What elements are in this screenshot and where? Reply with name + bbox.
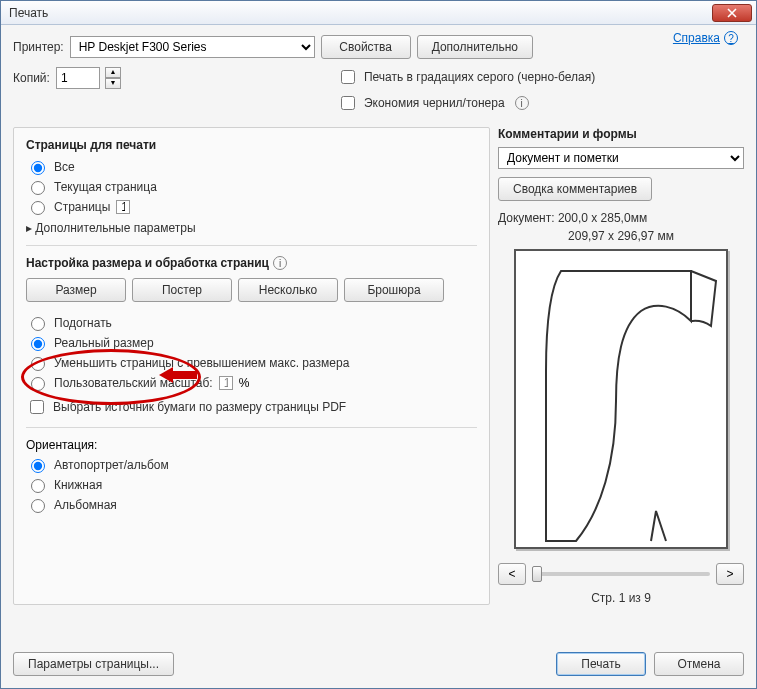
copies-input[interactable] xyxy=(56,67,100,89)
grayscale-checkbox[interactable] xyxy=(341,70,355,84)
paper-source-checkbox[interactable] xyxy=(30,400,44,414)
next-page-button[interactable]: > xyxy=(716,563,744,585)
custom-scale-radio[interactable] xyxy=(31,377,45,391)
orient-auto-radio[interactable] xyxy=(31,459,45,473)
pages-range-radio[interactable] xyxy=(31,201,45,215)
properties-button[interactable]: Свойства xyxy=(321,35,411,59)
info-icon[interactable]: i xyxy=(273,256,287,270)
document-dimensions: Документ: 200,0 x 285,0мм xyxy=(498,211,744,225)
chevron-right-icon: > xyxy=(726,567,733,581)
custom-scale-label: Пользовательский масштаб: xyxy=(54,376,213,390)
orientation-title: Ориентация: xyxy=(26,438,477,452)
economy-checkbox[interactable] xyxy=(341,96,355,110)
separator xyxy=(26,427,477,428)
grayscale-label: Печать в градациях серого (черно-белая) xyxy=(364,70,595,84)
right-panel: Комментарии и формы Документ и пометки С… xyxy=(498,127,744,605)
paper-source-label: Выбрать источник бумаги по размеру стран… xyxy=(53,400,346,414)
copies-options-row: Копий: ▲ ▼ Печать в градациях серого (че… xyxy=(13,67,744,119)
pages-current-radio[interactable] xyxy=(31,181,45,195)
shrink-radio[interactable] xyxy=(31,357,45,371)
copies-group: Копий: ▲ ▼ xyxy=(13,67,121,89)
left-panel: Страницы для печати Все Текущая страница… xyxy=(13,127,490,605)
spinner-down-icon[interactable]: ▼ xyxy=(105,78,121,89)
orient-portrait-radio[interactable] xyxy=(31,479,45,493)
print-dialog: Печать Справка ? Принтер: HP Deskjet F30… xyxy=(0,0,757,689)
pages-range-label: Страницы xyxy=(54,200,110,214)
printer-select[interactable]: HP Deskjet F300 Series xyxy=(70,36,315,58)
printer-label: Принтер: xyxy=(13,40,64,54)
pages-all-radio[interactable] xyxy=(31,161,45,175)
info-icon[interactable]: i xyxy=(515,96,529,110)
chevron-left-icon: < xyxy=(508,567,515,581)
close-button[interactable] xyxy=(712,4,752,22)
more-options-expander[interactable]: Дополнительные параметры xyxy=(26,221,477,235)
page-slider[interactable] xyxy=(532,572,710,576)
cancel-button[interactable]: Отмена xyxy=(654,652,744,676)
preview-nav: < > xyxy=(498,563,744,585)
comments-title: Комментарии и формы xyxy=(498,127,744,141)
close-icon xyxy=(727,8,737,18)
orient-landscape-label: Альбомная xyxy=(54,498,117,512)
page-indicator: Стр. 1 из 9 xyxy=(498,591,744,605)
sizing-title: Настройка размера и обработка страниц xyxy=(26,256,269,270)
window-title: Печать xyxy=(9,6,712,20)
main-columns: Страницы для печати Все Текущая страница… xyxy=(13,127,744,605)
poster-button[interactable]: Постер xyxy=(132,278,232,302)
titlebar: Печать xyxy=(1,1,756,25)
pages-current-label: Текущая страница xyxy=(54,180,157,194)
booklet-button[interactable]: Брошюра xyxy=(344,278,444,302)
sizing-buttons: Размер Постер Несколько Брошюра xyxy=(26,278,477,302)
comments-select[interactable]: Документ и пометки xyxy=(498,147,744,169)
shrink-label: Уменьшить страницы с превышением макс. р… xyxy=(54,356,349,370)
fit-radio[interactable] xyxy=(31,317,45,331)
custom-scale-input xyxy=(219,376,233,390)
copies-spinner[interactable]: ▲ ▼ xyxy=(105,67,121,89)
advanced-button[interactable]: Дополнительно xyxy=(417,35,533,59)
economy-label: Экономия чернил/тонера xyxy=(364,96,505,110)
page-dimensions: 209,97 x 296,97 мм xyxy=(498,229,744,243)
orient-portrait-label: Книжная xyxy=(54,478,102,492)
fit-label: Подогнать xyxy=(54,316,112,330)
help-label: Справка xyxy=(673,31,720,45)
actual-size-label: Реальный размер xyxy=(54,336,154,350)
printer-row: Принтер: HP Deskjet F300 Series Свойства… xyxy=(13,35,744,59)
page-setup-button[interactable]: Параметры страницы... xyxy=(13,652,174,676)
separator xyxy=(26,245,477,246)
pages-all-label: Все xyxy=(54,160,75,174)
print-button[interactable]: Печать xyxy=(556,652,646,676)
prev-page-button[interactable]: < xyxy=(498,563,526,585)
slider-thumb[interactable] xyxy=(532,566,542,582)
orient-auto-label: Автопортрет/альбом xyxy=(54,458,169,472)
comments-summary-button[interactable]: Сводка комментариев xyxy=(498,177,652,201)
print-options-group: Печать в градациях серого (черно-белая) … xyxy=(337,67,595,119)
actual-size-radio[interactable] xyxy=(31,337,45,351)
footer: Параметры страницы... Печать Отмена xyxy=(13,652,744,676)
size-button[interactable]: Размер xyxy=(26,278,126,302)
spinner-up-icon[interactable]: ▲ xyxy=(105,67,121,78)
percent-label: % xyxy=(239,376,250,390)
help-icon: ? xyxy=(724,31,738,45)
copies-label: Копий: xyxy=(13,71,50,85)
print-preview xyxy=(514,249,728,549)
pages-title: Страницы для печати xyxy=(26,138,477,152)
orient-landscape-radio[interactable] xyxy=(31,499,45,513)
dialog-body: Справка ? Принтер: HP Deskjet F300 Serie… xyxy=(1,25,756,688)
pages-range-input[interactable] xyxy=(116,200,130,214)
help-link[interactable]: Справка ? xyxy=(673,31,738,45)
multiple-button[interactable]: Несколько xyxy=(238,278,338,302)
preview-pattern-icon xyxy=(516,251,726,547)
